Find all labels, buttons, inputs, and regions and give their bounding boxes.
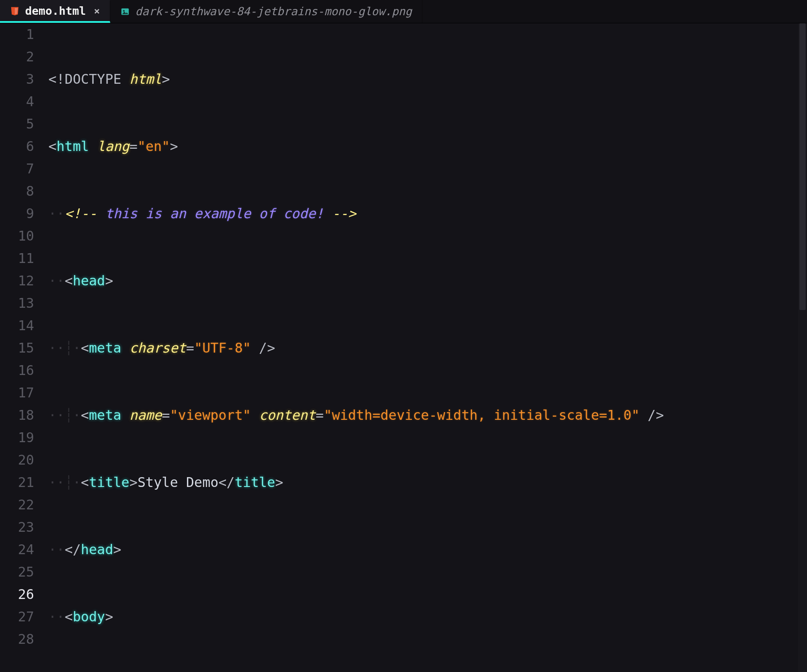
- line-number: 15: [0, 337, 34, 359]
- line-number: 16: [0, 359, 34, 382]
- line-number: 21: [0, 471, 34, 494]
- line-number: 14: [0, 314, 34, 337]
- line-number: 27: [0, 606, 34, 628]
- tab-bar: demo.html × dark-synthwave-84-jetbrains-…: [0, 0, 807, 23]
- line-number: 8: [0, 180, 34, 202]
- line-number: 2: [0, 46, 34, 68]
- code-area[interactable]: <!DOCTYPE html> <html lang="en"> ··<!-- …: [45, 23, 807, 672]
- tab-label: dark-synthwave-84-jetbrains-mono-glow.pn…: [135, 5, 412, 18]
- line-number: 19: [0, 426, 34, 449]
- line-number: 3: [0, 68, 34, 90]
- code-editor[interactable]: 1234567891011121314151617181920212223242…: [0, 23, 807, 672]
- tab-image-file[interactable]: dark-synthwave-84-jetbrains-mono-glow.pn…: [110, 0, 422, 23]
- image-icon: [120, 7, 130, 17]
- tab-label: demo.html: [25, 4, 86, 17]
- line-number: 11: [0, 247, 34, 270]
- line-number: 23: [0, 516, 34, 538]
- vertical-scrollbar[interactable]: [798, 23, 807, 672]
- code-line[interactable]: <html lang="en">: [48, 135, 807, 158]
- line-number: 1: [0, 23, 34, 46]
- tab-demo-html[interactable]: demo.html ×: [0, 0, 110, 23]
- line-number: 24: [0, 538, 34, 561]
- line-number: 5: [0, 113, 34, 135]
- code-line[interactable]: <!DOCTYPE html>: [48, 68, 807, 90]
- line-number: 26: [0, 583, 34, 606]
- line-number: 4: [0, 90, 34, 113]
- line-number: 28: [0, 628, 34, 650]
- code-line[interactable]: ··┆·<meta charset="UTF-8" />: [48, 337, 807, 359]
- scrollbar-thumb[interactable]: [799, 23, 806, 310]
- code-line[interactable]: ··<head>: [48, 270, 807, 292]
- line-number: 12: [0, 270, 34, 292]
- code-line[interactable]: ··┆·<meta name="viewport" content="width…: [48, 404, 807, 426]
- line-number: 18: [0, 404, 34, 426]
- code-line[interactable]: ··</head>: [48, 538, 807, 561]
- line-number: 6: [0, 135, 34, 158]
- close-icon[interactable]: ×: [94, 5, 100, 17]
- code-line[interactable]: ··<!-- this is an example of code! -->: [48, 202, 807, 225]
- code-line[interactable]: ··┆·<title>Style Demo</title>: [48, 471, 807, 494]
- line-number: 7: [0, 158, 34, 180]
- line-number: 10: [0, 225, 34, 247]
- line-number: 20: [0, 449, 34, 471]
- line-number: 25: [0, 561, 34, 583]
- line-number: 13: [0, 292, 34, 314]
- line-number: 17: [0, 382, 34, 404]
- line-number-gutter: 1234567891011121314151617181920212223242…: [0, 23, 45, 672]
- line-number: 9: [0, 202, 34, 225]
- html5-icon: [10, 6, 20, 16]
- svg-point-1: [123, 10, 125, 12]
- code-line[interactable]: ··<body>: [48, 606, 807, 628]
- line-number: 22: [0, 494, 34, 516]
